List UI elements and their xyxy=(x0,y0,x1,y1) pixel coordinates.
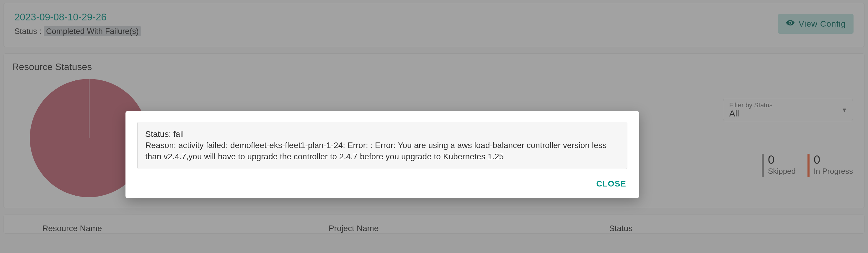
modal-reason-line: Reason: activity failed: demofleet-eks-f… xyxy=(145,140,619,162)
close-button[interactable]: CLOSE xyxy=(595,177,627,191)
modal-status-line: Status: fail xyxy=(145,129,619,140)
modal-actions: CLOSE xyxy=(137,177,627,191)
error-detail-modal: Status: fail Reason: activity failed: de… xyxy=(125,111,639,198)
error-message-box: Status: fail Reason: activity failed: de… xyxy=(137,122,627,169)
modal-overlay[interactable]: Status: fail Reason: activity failed: de… xyxy=(0,0,868,253)
